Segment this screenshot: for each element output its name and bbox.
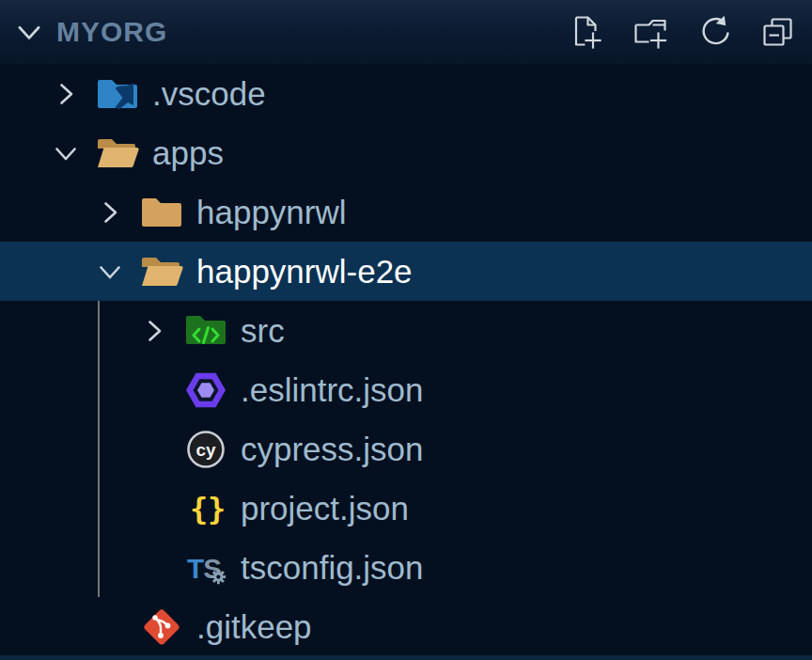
tree-item-happynrwl-e2e[interactable]: happynrwl-e2e xyxy=(0,242,812,301)
chevron-down-icon xyxy=(14,17,44,47)
svg-text:cy: cy xyxy=(195,439,216,459)
tree-item-label: cypress.json xyxy=(241,431,424,468)
vscode-folder-icon xyxy=(96,72,139,116)
tree-item-happynrwl[interactable]: happynrwl xyxy=(0,182,812,242)
folder-open-icon xyxy=(140,250,183,293)
tree-item-label: src xyxy=(241,312,285,350)
json-braces-icon: {} xyxy=(184,487,227,530)
tree-item-gitkeep[interactable]: .gitkeep xyxy=(0,597,812,656)
refresh-button[interactable] xyxy=(694,11,735,53)
section-title: MYORG xyxy=(56,16,543,48)
chevron-right-icon[interactable] xyxy=(140,317,184,345)
twisty-spacer xyxy=(140,554,184,582)
twisty-spacer xyxy=(140,495,184,523)
tree-item-src[interactable]: src xyxy=(0,301,812,360)
tree-item-eslintrc-json[interactable]: .eslintrc.json xyxy=(0,360,812,419)
git-icon xyxy=(140,605,183,649)
collapse-all-icon xyxy=(759,13,797,51)
folder-icon xyxy=(140,191,183,234)
chevron-right-icon[interactable] xyxy=(52,80,96,108)
indent-guide xyxy=(98,301,100,597)
twisty-spacer xyxy=(140,376,184,404)
tree-item-label: .eslintrc.json xyxy=(241,371,424,409)
refresh-icon xyxy=(695,13,733,51)
tree-item-tsconfig-json[interactable]: TS tsconfig.json xyxy=(0,538,812,597)
folder-open-icon xyxy=(96,132,139,175)
file-tree: .vscode apps happynrwl happynrwl-e2e src… xyxy=(0,64,812,656)
tsconfig-icon: TS xyxy=(184,546,227,589)
explorer-section-header[interactable]: MYORG xyxy=(0,0,812,64)
tree-item-label: happynrwl-e2e xyxy=(196,253,413,291)
tree-item-label: apps xyxy=(152,134,224,172)
svg-text:}: } xyxy=(208,491,226,526)
svg-text:T: T xyxy=(187,552,204,583)
partial-row-highlight xyxy=(0,655,812,660)
eslint-icon xyxy=(184,369,227,412)
cypress-icon: cy xyxy=(184,428,227,471)
chevron-right-icon[interactable] xyxy=(96,198,140,227)
chevron-down-icon[interactable] xyxy=(96,258,140,286)
new-file-button[interactable] xyxy=(566,11,607,53)
twisty-spacer xyxy=(140,435,184,464)
new-folder-button[interactable] xyxy=(630,11,671,53)
tree-item-vscode[interactable]: .vscode xyxy=(0,64,812,123)
tree-item-label: .gitkeep xyxy=(196,608,312,646)
tree-item-project-json[interactable]: {} project.json xyxy=(0,479,812,538)
collapse-all-button[interactable] xyxy=(757,11,799,53)
tree-item-label: .vscode xyxy=(152,75,266,113)
tree-item-cypress-json[interactable]: cy cypress.json xyxy=(0,419,812,479)
new-folder-icon xyxy=(632,13,669,51)
tree-item-label: happynrwl xyxy=(196,194,347,231)
tree-item-apps[interactable]: apps xyxy=(0,123,812,182)
twisty-spacer xyxy=(96,613,140,641)
tree-item-label: tsconfig.json xyxy=(241,549,424,587)
svg-text:{: { xyxy=(190,491,208,526)
tree-item-label: project.json xyxy=(241,490,409,527)
chevron-down-icon[interactable] xyxy=(52,139,96,167)
explorer-sidebar: MYORG xyxy=(0,0,812,660)
src-folder-icon xyxy=(184,309,227,353)
new-file-icon xyxy=(568,13,605,51)
